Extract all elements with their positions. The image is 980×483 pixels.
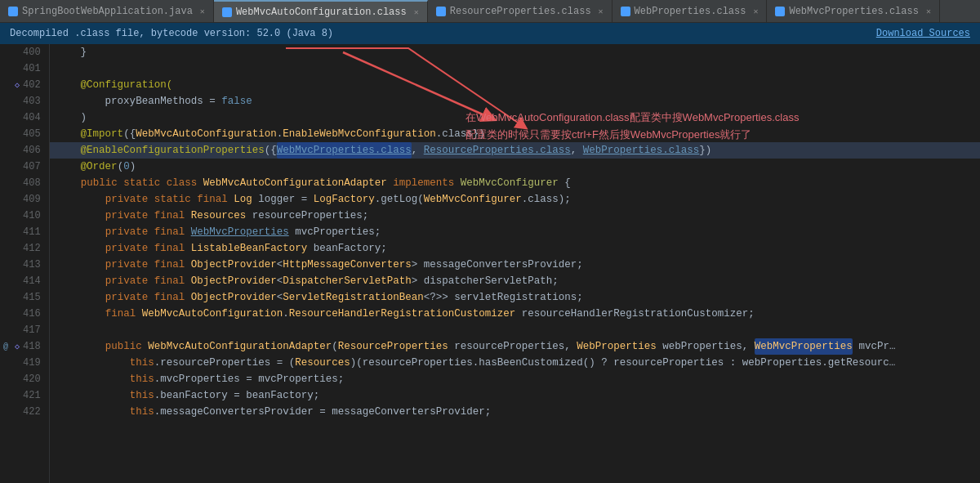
code-line-412: private final ListableBeanFactory beanFa… — [50, 240, 980, 257]
line-numbers: 400 401 ◇ 402 403 404 405 406 407 408 40… — [0, 44, 50, 483]
code-line-409: private static final Log logger = LogFac… — [50, 191, 980, 208]
tab-webmvc[interactable]: WebMvcAutoConfiguration.class ✕ — [214, 0, 428, 23]
code-line-404: ) — [50, 110, 980, 126]
tab-bar: SpringBootWebApplication.java ✕ WebMvcAu… — [0, 0, 980, 23]
gutter-415: 415 — [0, 289, 44, 306]
gutter-417: 417 — [0, 322, 44, 338]
gutter-407: 407 — [0, 159, 44, 175]
gutter-416: 416 — [0, 306, 44, 322]
tab-webmvcprops[interactable]: WebMvcProperties.class ✕ — [767, 0, 939, 23]
code-line-400: } — [50, 44, 980, 60]
gutter-418: @ ◇ 418 — [0, 338, 44, 355]
gutter-402: ◇ 402 — [0, 77, 44, 93]
tab-close-1[interactable]: ✕ — [200, 7, 205, 16]
tab-icon-5 — [775, 7, 785, 16]
code-line-408: public static class WebMvcAutoConfigurat… — [50, 175, 980, 191]
tab-label-3: ResourceProperties.class — [450, 6, 591, 17]
tab-label-2: WebMvcAutoConfiguration.class — [236, 7, 407, 18]
code-line-417 — [50, 322, 980, 338]
code-line-415: private final ObjectProvider<ServletRegi… — [50, 289, 980, 306]
gutter-414: 414 — [0, 273, 44, 289]
tab-icon-3 — [436, 7, 446, 16]
gutter-412: 412 — [0, 240, 44, 257]
tab-label-4: WebProperties.class — [635, 6, 746, 17]
tab-icon-1 — [8, 7, 18, 16]
gutter-400: 400 — [0, 44, 44, 60]
tab-label-5: WebMvcProperties.class — [789, 6, 918, 17]
tab-webprops[interactable]: WebProperties.class ✕ — [612, 0, 768, 23]
code-line-403: proxyBeanMethods = false — [50, 93, 980, 110]
gutter-406: 406 — [0, 142, 44, 159]
code-line-419: this.resourceProperties = (Resources)(re… — [50, 355, 980, 371]
notification-bar: Decompiled .class file, bytecode version… — [0, 23, 980, 44]
code-content: } @Configuration( proxyBeanMethods = fal… — [50, 44, 980, 483]
gutter-408: 408 — [0, 175, 44, 191]
tab-resource[interactable]: ResourceProperties.class ✕ — [428, 0, 612, 23]
code-line-401 — [50, 60, 980, 77]
tab-close-2[interactable]: ✕ — [414, 7, 419, 17]
code-line-402: @Configuration( — [50, 77, 980, 93]
code-area: 400 401 ◇ 402 403 404 405 406 407 408 40… — [0, 44, 980, 483]
tab-icon-4 — [621, 7, 630, 16]
gutter-419: 419 — [0, 355, 44, 371]
gutter-409: 409 — [0, 191, 44, 208]
code-line-416: final WebMvcAutoConfiguration.ResourceHa… — [50, 306, 980, 322]
gutter-422: 422 — [0, 404, 44, 420]
code-line-414: private final ObjectProvider<DispatcherS… — [50, 273, 980, 289]
code-line-405: @Import({WebMvcAutoConfiguration.EnableW… — [50, 126, 980, 142]
code-line-406: @EnableConfigurationProperties({WebMvcPr… — [50, 142, 980, 159]
gutter-403: 403 — [0, 93, 44, 110]
gutter-405: 405 — [0, 126, 44, 142]
code-line-421: this.beanFactory = beanFactory; — [50, 387, 980, 404]
tab-close-4[interactable]: ✕ — [753, 7, 758, 16]
notification-text: Decompiled .class file, bytecode version… — [10, 28, 333, 39]
gutter-411: 411 — [0, 224, 44, 240]
gutter-413: 413 — [0, 257, 44, 273]
code-line-411: private final WebMvcProperties mvcProper… — [50, 224, 980, 240]
gutter-420: 420 — [0, 371, 44, 387]
code-line-407: @Order(0) — [50, 159, 980, 175]
gutter-421: 421 — [0, 387, 44, 404]
gutter-410: 410 — [0, 208, 44, 224]
tab-icon-2 — [222, 7, 232, 17]
code-line-422: this.messageConvertersProvider = message… — [50, 404, 980, 420]
gutter-401: 401 — [0, 60, 44, 77]
code-line-413: private final ObjectProvider<HttpMessage… — [50, 257, 980, 273]
tab-springboot[interactable]: SpringBootWebApplication.java ✕ — [0, 0, 214, 23]
tab-label-1: SpringBootWebApplication.java — [22, 6, 193, 17]
download-sources-link[interactable]: Download Sources — [876, 28, 970, 39]
gutter-404: 404 — [0, 110, 44, 126]
code-line-410: private final Resources resourceProperti… — [50, 208, 980, 224]
code-line-418: public WebMvcAutoConfigurationAdapter(Re… — [50, 338, 980, 355]
code-line-420: this.mvcProperties = mvcProperties; — [50, 371, 980, 387]
tab-close-5[interactable]: ✕ — [926, 7, 931, 16]
tab-close-3[interactable]: ✕ — [599, 7, 604, 16]
